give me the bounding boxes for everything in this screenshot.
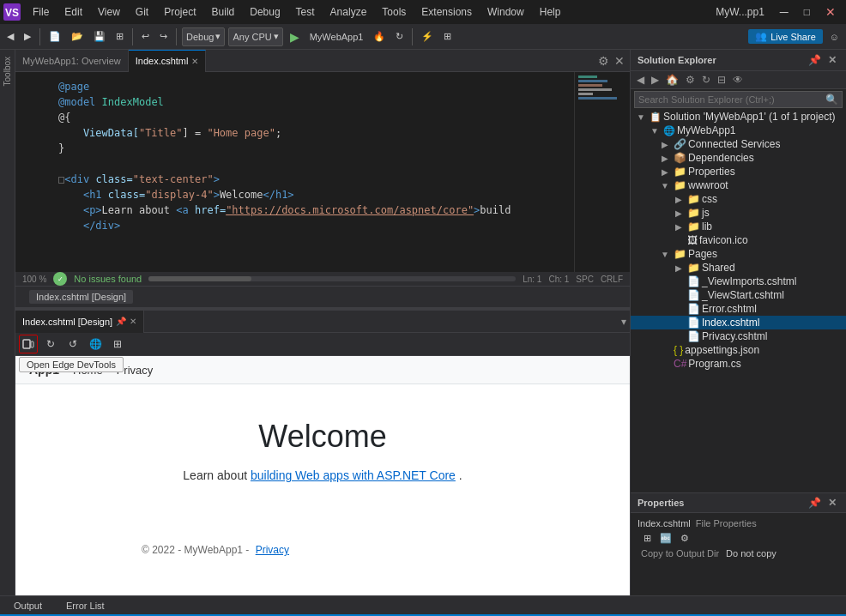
menu-tools[interactable]: Tools [375, 4, 413, 20]
design-tab-scroll-down[interactable]: ▾ [618, 316, 630, 328]
prop-settings-btn[interactable]: ⚙ [678, 532, 692, 545]
tree-item-favicon[interactable]: 🖼 favicon.ico [631, 233, 846, 247]
tab-overview[interactable]: MyWebApp1: Overview [15, 50, 129, 72]
design-tab-close[interactable]: ✕ [130, 317, 136, 326]
appsettings-icon: { } [674, 344, 683, 356]
design-tool-globe-btn[interactable]: 🌐 [86, 335, 105, 353]
se-search-icon[interactable]: 🔍 [825, 94, 838, 106]
preview-privacy-link[interactable]: Privacy [256, 544, 289, 556]
se-back-btn[interactable]: ◀ [634, 73, 647, 87]
menu-extensions[interactable]: Extensions [414, 4, 479, 20]
tab-collapse-btn[interactable]: ✕ [613, 52, 626, 69]
se-pin-btn[interactable]: 📌 [806, 53, 824, 67]
design-tab-active[interactable]: Index.cshtml [Design] 📌 ✕ [15, 311, 144, 333]
undo-btn[interactable]: ↩ [138, 29, 153, 44]
minimize-btn[interactable]: ─ [773, 3, 795, 21]
tab-index-cshtml[interactable]: Index.cshtml ✕ [129, 50, 207, 72]
close-btn[interactable]: ✕ [819, 3, 843, 21]
notif-tab-output[interactable]: Output [7, 599, 49, 613]
dependencies-icon: 📦 [674, 152, 686, 164]
refresh-btn[interactable]: ↻ [392, 29, 407, 44]
run-btn[interactable]: ▶ [287, 28, 303, 45]
code-line: □<div class="text-center"> [15, 172, 630, 187]
tree-item-error[interactable]: 📄 Error.cshtml [631, 302, 846, 316]
maximize-btn[interactable]: □ [797, 4, 817, 20]
back-btn[interactable]: ◀ [3, 29, 17, 44]
new-file-btn[interactable]: 📄 [45, 29, 64, 44]
toolbox-label[interactable]: Toolbox [3, 57, 12, 86]
hot-reload-btn[interactable]: 🔥 [370, 29, 389, 44]
design-tool-grid-btn[interactable]: ⊞ [108, 335, 127, 353]
menu-analyze[interactable]: Analyze [323, 4, 374, 20]
tab-settings-btn[interactable]: ⚙ [596, 52, 611, 69]
preview-btn[interactable]: Index.cshtml [Design] [29, 290, 133, 304]
menu-debug[interactable]: Debug [243, 4, 287, 20]
tree-item-css[interactable]: ▶ 📁 css [631, 192, 846, 206]
diagnostic-btn[interactable]: ⚡ [418, 29, 437, 44]
se-search-input[interactable] [638, 94, 822, 105]
layout-btn[interactable]: ⊞ [440, 29, 455, 44]
forward-btn[interactable]: ▶ [21, 29, 34, 44]
cpu-dropdown[interactable]: Any CPU ▾ [228, 27, 282, 46]
prop-file-name: Index.cshtml [638, 518, 691, 528]
se-settings-btn[interactable]: ⚙ [683, 73, 698, 87]
save-all-btn[interactable]: ⊞ [112, 29, 127, 44]
menu-project[interactable]: Project [157, 4, 202, 20]
menu-help[interactable]: Help [533, 4, 568, 20]
horizontal-scrollbar[interactable] [148, 276, 516, 281]
tree-item-solution[interactable]: ▼ 📋 Solution 'MyWebApp1' (1 of 1 project… [631, 110, 846, 124]
prop-sort-cat-btn[interactable]: ⊞ [641, 532, 654, 545]
debug-mode-dropdown[interactable]: Debug ▾ [182, 27, 225, 46]
tree-item-shared[interactable]: ▶ 📁 Shared [631, 261, 846, 275]
design-tab-bar: Index.cshtml [Design] 📌 ✕ ▾ [15, 311, 630, 333]
tree-item-connected-services[interactable]: ▶ 🔗 Connected Services [631, 137, 846, 151]
redo-btn[interactable]: ↪ [156, 29, 171, 44]
menu-edit[interactable]: Edit [57, 4, 89, 20]
se-home-btn[interactable]: 🏠 [663, 73, 681, 87]
tree-item-program[interactable]: C# Program.cs [631, 357, 846, 371]
open-file-btn[interactable]: 📂 [68, 29, 87, 44]
se-show-all-btn[interactable]: 👁 [730, 73, 746, 87]
menu-window[interactable]: Window [480, 4, 531, 20]
code-editor[interactable]: @page @model IndexModel @{ ViewData["Tit… [15, 72, 630, 272]
menu-test[interactable]: Test [289, 4, 322, 20]
tree-item-privacy[interactable]: 📄 Privacy.cshtml [631, 329, 846, 343]
se-refresh-btn[interactable]: ↻ [699, 73, 713, 87]
menu-build[interactable]: Build [205, 4, 242, 20]
menu-view[interactable]: View [91, 4, 127, 20]
tree-item-wwwroot[interactable]: ▼ 📁 wwwroot [631, 178, 846, 192]
feedback-btn[interactable]: ☺ [826, 30, 843, 44]
design-tool-device-btn[interactable] [19, 335, 38, 353]
scroll-thumb[interactable] [148, 276, 251, 281]
design-tool-reset-btn[interactable]: ↺ [63, 335, 82, 353]
menu-git[interactable]: Git [129, 4, 155, 20]
menu-file[interactable]: File [26, 4, 56, 20]
tree-item-js[interactable]: ▶ 📁 js [631, 206, 846, 220]
prop-sort-alpha-btn[interactable]: 🔤 [657, 532, 674, 545]
design-tool-refresh-btn[interactable]: ↻ [41, 335, 60, 353]
preview-footer: © 2022 - MyWebApp1 - Privacy [15, 530, 415, 570]
prop-pin-btn[interactable]: 📌 [806, 496, 824, 510]
notif-tab-error-list[interactable]: Error List [59, 599, 112, 613]
tree-item-lib[interactable]: ▶ 📁 lib [631, 220, 846, 233]
prop-close-btn[interactable]: ✕ [825, 496, 839, 510]
design-tab-pin[interactable]: 📌 [116, 317, 126, 326]
tree-item-project[interactable]: ▼ 🌐 MyWebApp1 [631, 124, 846, 137]
tree-item-index[interactable]: 📄 Index.cshtml [631, 316, 846, 329]
save-btn[interactable]: 💾 [90, 29, 109, 44]
tab-close-btn[interactable]: ✕ [191, 57, 198, 66]
se-forward-btn[interactable]: ▶ [649, 73, 662, 87]
tree-item-appsettings[interactable]: { } appsettings.json [631, 343, 846, 357]
se-collapse-btn[interactable]: ⊟ [715, 73, 728, 87]
se-header-actions: 📌 ✕ [806, 53, 839, 67]
live-share-btn[interactable]: 👥 Live Share [748, 29, 823, 44]
tree-item-properties[interactable]: ▶ 📁 Properties [631, 165, 846, 178]
tree-item-dependencies[interactable]: ▶ 📦 Dependencies [631, 151, 846, 165]
run-label[interactable]: MyWebApp1 [306, 30, 367, 44]
tree-item-pages[interactable]: ▼ 📁 Pages [631, 247, 846, 261]
preview-main-content: Welcome Learn about building Web apps wi… [15, 384, 630, 516]
tree-item-viewimports[interactable]: 📄 _ViewImports.cshtml [631, 275, 846, 288]
preview-learn-link[interactable]: building Web apps with ASP.NET Core [251, 468, 456, 482]
tree-item-viewstart[interactable]: 📄 _ViewStart.cshtml [631, 288, 846, 302]
se-close-btn[interactable]: ✕ [825, 53, 839, 67]
